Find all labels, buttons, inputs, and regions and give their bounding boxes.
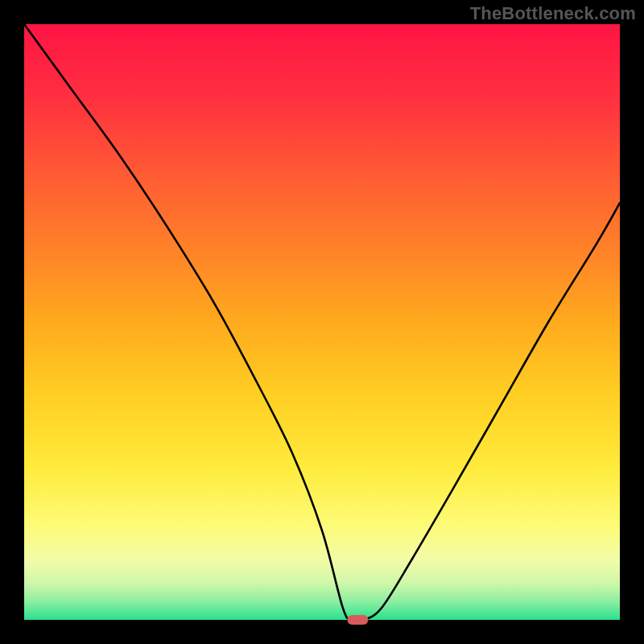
watermark-text: TheBottleneck.com [470, 3, 636, 24]
chart-frame: TheBottleneck.com [0, 0, 644, 644]
bottleneck-chart [0, 0, 644, 644]
optimal-marker [347, 615, 368, 625]
